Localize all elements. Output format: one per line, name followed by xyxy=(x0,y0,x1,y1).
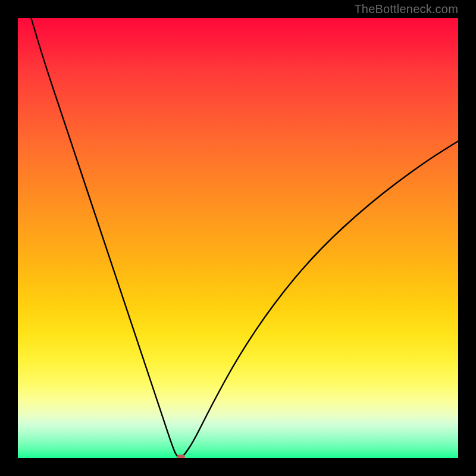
watermark-text: TheBottleneck.com xyxy=(354,2,458,16)
curve-layer xyxy=(18,18,458,458)
chart-frame: TheBottleneck.com xyxy=(0,0,476,476)
optimal-point-marker xyxy=(177,455,185,458)
plot-area xyxy=(18,18,458,458)
bottleneck-curve xyxy=(31,18,458,458)
